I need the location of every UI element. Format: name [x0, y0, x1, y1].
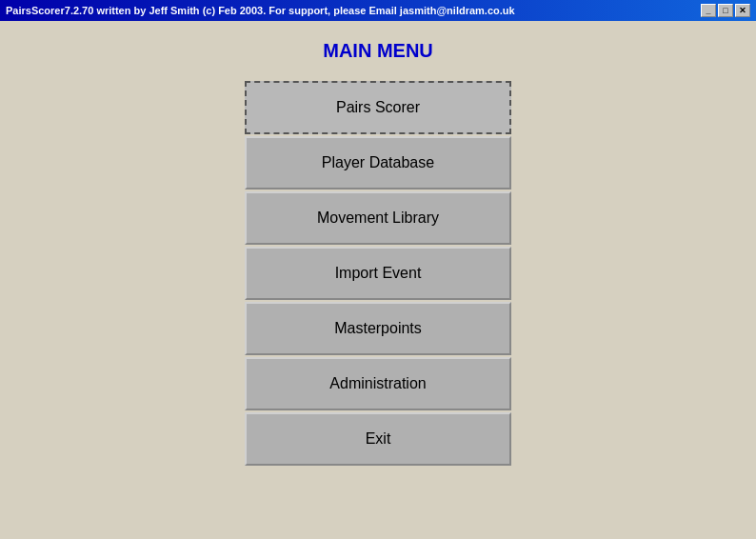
menu-button-administration[interactable]: Administration [245, 357, 511, 410]
title-bar: PairsScorer7.2.70 written by Jeff Smith … [0, 0, 756, 21]
main-menu-title: MAIN MENU [323, 40, 433, 62]
menu-button-pairs-scorer[interactable]: Pairs Scorer [245, 81, 511, 134]
minimize-button[interactable]: _ [701, 4, 716, 17]
menu-buttons-container: Pairs ScorerPlayer DatabaseMovement Libr… [245, 81, 511, 468]
menu-button-import-event[interactable]: Import Event [245, 247, 511, 300]
menu-button-movement-library[interactable]: Movement Library [245, 191, 511, 245]
app-window: PairsScorer7.2.70 written by Jeff Smith … [0, 0, 756, 539]
close-button[interactable]: ✕ [735, 4, 750, 17]
maximize-button[interactable]: □ [718, 4, 733, 17]
title-bar-buttons: _ □ ✕ [701, 4, 750, 17]
menu-button-masterpoints[interactable]: Masterpoints [245, 302, 511, 355]
menu-button-exit[interactable]: Exit [245, 412, 511, 466]
main-content: MAIN MENU Pairs ScorerPlayer DatabaseMov… [0, 21, 756, 539]
title-bar-text: PairsScorer7.2.70 written by Jeff Smith … [6, 5, 515, 16]
menu-button-player-database[interactable]: Player Database [245, 136, 511, 190]
